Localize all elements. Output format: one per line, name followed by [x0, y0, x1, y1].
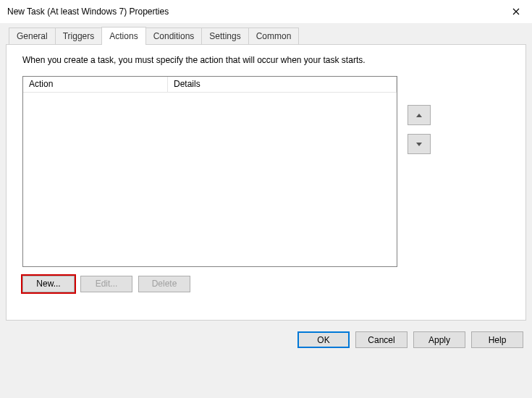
title-bar: New Task (At least Windows 7) Properties	[0, 0, 532, 23]
tab-general[interactable]: General	[9, 27, 56, 44]
arrow-down-icon	[416, 143, 422, 146]
tab-common[interactable]: Common	[248, 27, 300, 44]
close-icon	[512, 8, 520, 15]
dialog-button-row: OK Cancel Apply Help	[6, 321, 526, 348]
ok-button[interactable]: OK	[297, 331, 350, 348]
new-button[interactable]: New...	[22, 276, 75, 292]
move-up-button[interactable]	[408, 105, 431, 125]
tab-conditions[interactable]: Conditions	[145, 27, 203, 44]
arrow-up-icon	[416, 114, 422, 117]
apply-button[interactable]: Apply	[413, 331, 465, 348]
listview-body[interactable]	[23, 93, 397, 266]
tab-settings[interactable]: Settings	[201, 27, 248, 44]
panel-description: When you create a task, you must specify…	[22, 55, 510, 65]
reorder-buttons	[403, 76, 431, 267]
edit-button[interactable]: Edit...	[80, 276, 132, 292]
column-header-action[interactable]: Action	[23, 77, 168, 93]
tab-panel-actions: When you create a task, you must specify…	[6, 44, 526, 321]
move-down-button[interactable]	[408, 134, 431, 154]
listview-area: Action Details	[22, 76, 510, 267]
help-button[interactable]: Help	[471, 331, 523, 348]
column-header-details[interactable]: Details	[168, 77, 397, 93]
cancel-button[interactable]: Cancel	[355, 331, 408, 348]
listview-header: Action Details	[23, 77, 397, 93]
action-button-row: New... Edit... Delete	[22, 276, 510, 292]
close-button[interactable]	[499, 1, 532, 22]
tab-actions[interactable]: Actions	[101, 27, 145, 45]
actions-listview[interactable]: Action Details	[22, 76, 397, 267]
tab-triggers[interactable]: Triggers	[55, 27, 103, 44]
tab-strip: General Triggers Actions Conditions Sett…	[6, 27, 526, 44]
dialog-body: General Triggers Actions Conditions Sett…	[0, 23, 532, 398]
delete-button[interactable]: Delete	[138, 276, 190, 292]
window-title: New Task (At least Windows 7) Properties	[7, 7, 169, 17]
